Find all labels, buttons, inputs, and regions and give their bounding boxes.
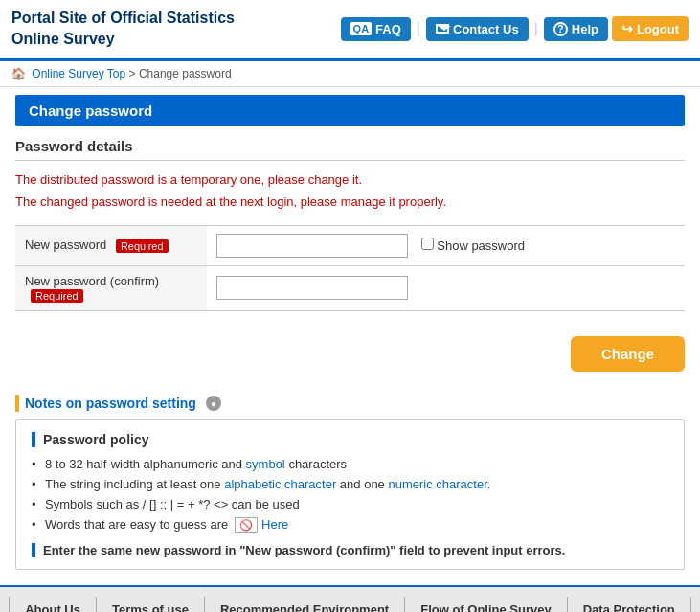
prohibited-icon: 🚫 (235, 517, 258, 533)
footer-environment[interactable]: Recommended Environment (205, 597, 405, 612)
confirm-password-input-cell (207, 265, 685, 311)
home-icon: 🏠 (11, 67, 26, 80)
confirm-password-input[interactable] (216, 276, 408, 300)
show-password-label[interactable]: Show password (421, 238, 525, 253)
button-row: Change (0, 323, 700, 385)
notes-section: Notes on password setting ● Password pol… (15, 395, 685, 570)
footer-flow[interactable]: Flow of Online Survey (405, 597, 568, 612)
required-badge-2: Required (31, 289, 83, 303)
notes-header[interactable]: Notes on password setting ● (15, 395, 685, 412)
footer-terms[interactable]: Terms of use (97, 597, 205, 612)
site-title: Portal Site of Official Statistics Onlin… (11, 8, 235, 51)
confirm-password-label: New password (confirm) Required (15, 265, 207, 311)
new-password-input[interactable] (216, 234, 408, 258)
notes-toggle-icon: ● (206, 396, 221, 411)
required-badge-1: Required (116, 239, 169, 253)
main-content: Password details The distributed passwor… (0, 126, 700, 323)
header: Portal Site of Official Statistics Onlin… (0, 0, 700, 61)
show-password-checkbox[interactable] (421, 238, 434, 250)
footer-about[interactable]: About Us (9, 597, 97, 612)
mail-icon (436, 24, 449, 34)
policy-item-3: Symbols such as / [] :; | = + *? <> can … (32, 497, 668, 511)
breadcrumb-home[interactable]: Online Survey Top (32, 67, 125, 80)
here-link[interactable]: Here (261, 517, 288, 532)
change-button[interactable]: Change (571, 336, 685, 372)
notes-accent-bar (15, 395, 19, 412)
header-nav: QA FAQ | Contact Us | ? Help ↪ Logout (341, 16, 689, 41)
faq-button[interactable]: QA FAQ (341, 17, 411, 41)
policy-item-4: Words that are easy to guess are 🚫 Here (32, 517, 668, 532)
policy-item-1: 8 to 32 half-width alphanumeric and symb… (32, 457, 668, 471)
new-password-row: New password Required Show password (15, 225, 685, 265)
nav-divider2: | (534, 20, 538, 37)
qa-icon: QA (350, 22, 373, 35)
breadcrumb-separator: > (129, 67, 139, 80)
policy-list: 8 to 32 half-width alphanumeric and symb… (32, 457, 668, 532)
policy-note: Enter the same new password in "New pass… (32, 543, 668, 557)
new-password-label: New password Required (15, 225, 207, 265)
notes-title: Notes on password setting (25, 396, 196, 411)
policy-item-2: The string including at least one alphab… (32, 477, 668, 491)
footer-links: About Us Terms of use Recommended Enviro… (0, 585, 700, 612)
logout-button[interactable]: ↪ Logout (612, 16, 689, 41)
breadcrumb-current: Change password (139, 67, 232, 80)
policy-title: Password policy (32, 432, 668, 447)
password-form: New password Required Show password New … (15, 225, 685, 312)
section-title: Password details (15, 138, 685, 161)
page-title: Change password (15, 95, 685, 126)
breadcrumb: 🏠 Online Survey Top > Change password (0, 61, 700, 87)
footer-protection[interactable]: Data Protection (568, 597, 691, 612)
help-icon: ? (553, 22, 568, 36)
contact-button[interactable]: Contact Us (426, 17, 529, 41)
logout-icon: ↪ (621, 21, 633, 36)
policy-box: Password policy 8 to 32 half-width alpha… (15, 419, 685, 570)
help-button[interactable]: ? Help (544, 17, 608, 41)
warning-text: The distributed password is a temporary … (15, 169, 685, 214)
new-password-input-cell: Show password (207, 225, 685, 265)
confirm-password-row: New password (confirm) Required (15, 265, 685, 311)
nav-divider1: | (417, 20, 420, 37)
